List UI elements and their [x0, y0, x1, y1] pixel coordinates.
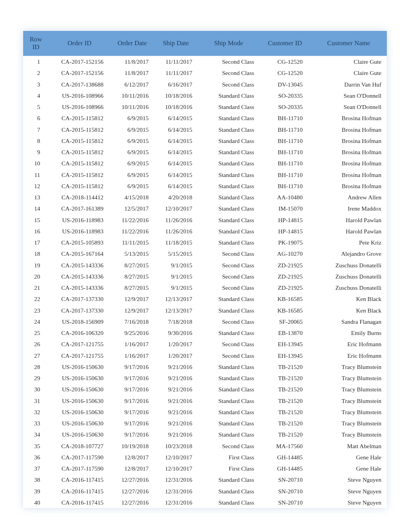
cell-row-id: 23 [23, 305, 49, 316]
cell-order-id: CA-2016-117415 [49, 497, 110, 508]
cell-ship-mode: Standard Class [198, 372, 259, 384]
cell-row-id: 21 [23, 282, 49, 293]
cell-order-id: CA-2018-114412 [49, 192, 110, 203]
cell-ship-date: 11/18/2015 [154, 237, 198, 248]
cell-row-id: 7 [23, 124, 49, 135]
cell-ship-date: 9/21/2016 [154, 406, 198, 418]
cell-ship-date: 9/21/2016 [154, 395, 198, 406]
cell-order-id: CA-2017-137330 [49, 293, 110, 304]
cell-customer-id: SO-20335 [259, 101, 310, 112]
cell-row-id: 4 [23, 90, 49, 101]
cell-order-date: 12/5/2017 [110, 203, 154, 214]
cell-ship-date: 10/23/2018 [154, 440, 198, 452]
cell-order-id: US-2016-150630 [49, 406, 110, 418]
col-header-order-date: Order Date [110, 31, 154, 56]
cell-order-date: 9/17/2016 [110, 429, 154, 440]
cell-ship-date: 1/20/2017 [154, 350, 198, 361]
cell-customer-id: EB-13870 [259, 327, 310, 338]
cell-order-id: US-2016-150630 [49, 395, 110, 406]
cell-order-id: CA-2015-143336 [49, 271, 110, 282]
cell-order-id: CA-2015-167164 [49, 248, 110, 259]
cell-customer-name: Steve Nguyen [310, 497, 387, 508]
table-row: 23CA-2017-13733012/9/201712/13/2017Stand… [23, 305, 387, 316]
cell-ship-mode: Standard Class [198, 90, 259, 101]
table-row: 27CA-2017-1217551/16/20171/20/2017Second… [23, 350, 387, 361]
cell-order-date: 6/9/2015 [110, 158, 154, 169]
cell-ship-mode: Standard Class [198, 384, 259, 395]
cell-ship-date: 9/1/2015 [154, 260, 198, 271]
cell-customer-id: AA-10480 [259, 192, 310, 203]
cell-order-id: CA-2015-115812 [49, 158, 110, 169]
cell-ship-date: 9/1/2015 [154, 271, 198, 282]
cell-ship-date: 6/14/2015 [154, 112, 198, 124]
cell-order-date: 11/22/2016 [110, 214, 154, 226]
cell-order-id: CA-2015-105893 [49, 237, 110, 248]
table-row: 24US-2018-1569097/16/20187/18/2018Second… [23, 316, 387, 327]
cell-ship-date: 12/10/2017 [154, 463, 198, 474]
cell-customer-name: Irene Maddox [310, 203, 387, 214]
cell-order-date: 10/19/2018 [110, 440, 154, 452]
cell-order-date: 12/8/2017 [110, 452, 154, 463]
table-row: 20CA-2015-1433368/27/20159/1/2015Second … [23, 271, 387, 282]
cell-row-id: 2 [23, 67, 49, 78]
cell-row-id: 31 [23, 395, 49, 406]
cell-order-date: 11/22/2016 [110, 226, 154, 237]
cell-row-id: 37 [23, 463, 49, 474]
cell-customer-name: Ken Black [310, 305, 387, 316]
cell-customer-name: Tracy Blumstein [310, 372, 387, 384]
cell-customer-id: GH-14485 [259, 463, 310, 474]
cell-ship-mode: First Class [198, 463, 259, 474]
cell-ship-mode: Standard Class [198, 180, 259, 192]
cell-customer-name: Eric Hofmann [310, 350, 387, 361]
cell-ship-date: 9/21/2016 [154, 384, 198, 395]
cell-row-id: 40 [23, 497, 49, 508]
cell-row-id: 24 [23, 316, 49, 327]
cell-ship-date: 12/13/2017 [154, 293, 198, 304]
cell-ship-date: 9/21/2016 [154, 429, 198, 440]
cell-ship-date: 12/10/2017 [154, 203, 198, 214]
cell-customer-name: Tracy Blumstein [310, 406, 387, 418]
cell-row-id: 8 [23, 135, 49, 146]
table-row: 37CA-2017-11759012/8/201712/10/2017First… [23, 463, 387, 474]
cell-order-date: 6/9/2015 [110, 180, 154, 192]
cell-ship-date: 1/20/2017 [154, 338, 198, 350]
cell-order-id: CA-2017-137330 [49, 305, 110, 316]
table-row: 21CA-2015-1433368/27/20159/1/2015Second … [23, 282, 387, 293]
cell-order-id: CA-2015-115812 [49, 169, 110, 180]
cell-customer-id: HP-14815 [259, 226, 310, 237]
cell-customer-name: Gene Hale [310, 463, 387, 474]
col-header-customer-id: Customer ID [259, 31, 310, 56]
cell-ship-mode: Standard Class [198, 486, 259, 497]
cell-row-id: 25 [23, 327, 49, 338]
cell-order-id: CA-2017-161389 [49, 203, 110, 214]
cell-order-id: CA-2017-138688 [49, 79, 110, 90]
orders-table-wrap: Row ID Order ID Order Date Ship Date Shi… [23, 31, 387, 508]
cell-customer-id: BH-11710 [259, 112, 310, 124]
cell-row-id: 22 [23, 293, 49, 304]
cell-order-date: 12/27/2016 [110, 474, 154, 485]
col-header-ship-date: Ship Date [154, 31, 198, 56]
table-row: 9CA-2015-1158126/9/20156/14/2015Standard… [23, 146, 387, 158]
cell-customer-id: SF-20065 [259, 316, 310, 327]
cell-ship-mode: Second Class [198, 79, 259, 90]
table-row: 5US-2016-10896610/11/201610/18/2016Stand… [23, 101, 387, 112]
cell-customer-name: Sandra Flanagan [310, 316, 387, 327]
table-row: 35CA-2018-10772710/19/201810/23/2018Seco… [23, 440, 387, 452]
cell-row-id: 11 [23, 169, 49, 180]
cell-ship-mode: Standard Class [198, 124, 259, 135]
cell-ship-mode: Standard Class [198, 146, 259, 158]
cell-row-id: 28 [23, 361, 49, 372]
cell-customer-name: Darrin Van Huf [310, 79, 387, 90]
cell-ship-date: 9/30/2016 [154, 327, 198, 338]
cell-order-date: 6/9/2015 [110, 169, 154, 180]
cell-ship-date: 6/14/2015 [154, 158, 198, 169]
cell-customer-id: MA-17560 [259, 440, 310, 452]
cell-ship-mode: Second Class [198, 248, 259, 259]
cell-ship-date: 11/11/2017 [154, 56, 198, 68]
table-row: 10CA-2015-1158126/9/20156/14/2015Standar… [23, 158, 387, 169]
cell-order-date: 6/9/2015 [110, 135, 154, 146]
cell-ship-date: 9/21/2016 [154, 361, 198, 372]
cell-order-date: 8/27/2015 [110, 271, 154, 282]
cell-row-id: 3 [23, 79, 49, 90]
table-row: 19CA-2015-1433368/27/20159/1/2015Second … [23, 260, 387, 271]
